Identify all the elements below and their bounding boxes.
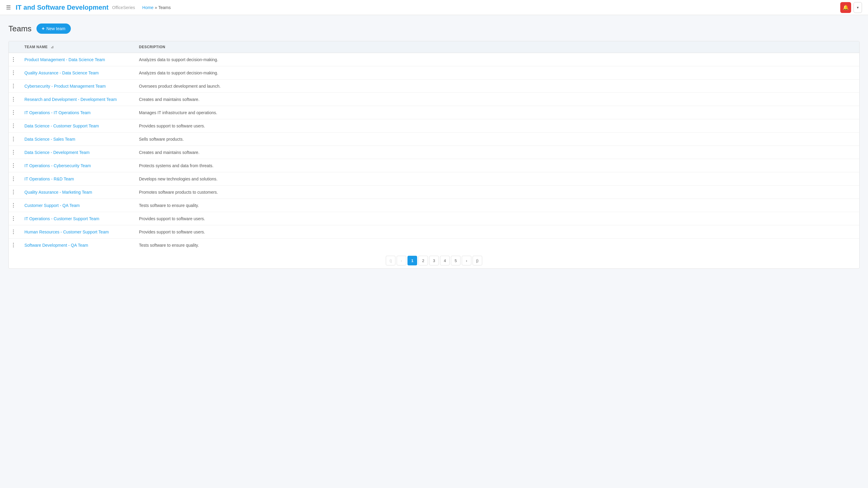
row-menu-button[interactable] bbox=[11, 176, 16, 182]
new-team-label: New team bbox=[46, 26, 65, 31]
chevron-down-icon: ▾ bbox=[857, 5, 859, 10]
pagination-last-button[interactable]: |⟩ bbox=[472, 256, 482, 265]
team-description-cell: Creates and maintains software. bbox=[134, 146, 859, 159]
row-menu-cell bbox=[9, 119, 20, 133]
row-menu-button[interactable] bbox=[11, 189, 16, 195]
team-name-cell: Human Resources - Customer Support Team bbox=[20, 225, 134, 238]
team-description-cell: Provides support to software users. bbox=[134, 225, 859, 238]
row-menu-button[interactable] bbox=[11, 136, 16, 142]
team-name-link[interactable]: Product Management - Data Science Team bbox=[24, 57, 105, 62]
header-actions: 🔔 ▾ bbox=[840, 2, 862, 13]
pagination-first-button[interactable]: ⟨| bbox=[386, 256, 396, 265]
row-menu-cell bbox=[9, 79, 20, 93]
row-menu-cell bbox=[9, 53, 20, 66]
row-menu-button[interactable] bbox=[11, 96, 16, 102]
table-row: Data Science - Customer Support TeamProv… bbox=[9, 119, 859, 133]
row-menu-cell bbox=[9, 212, 20, 225]
team-description-cell: Sells software products. bbox=[134, 133, 859, 146]
table-row: Data Science - Development TeamCreates a… bbox=[9, 146, 859, 159]
row-menu-cell bbox=[9, 159, 20, 172]
row-menu-button[interactable] bbox=[11, 57, 16, 62]
notifications-button[interactable]: 🔔 bbox=[840, 2, 851, 13]
col-team-name: TEAM NAME ⊿ bbox=[20, 41, 134, 53]
row-menu-cell bbox=[9, 66, 20, 79]
team-name-link[interactable]: Data Science - Development Team bbox=[24, 150, 90, 155]
team-name-link[interactable]: Quality Assurance - Data Science Team bbox=[24, 70, 98, 75]
row-menu-cell bbox=[9, 106, 20, 119]
row-menu-button[interactable] bbox=[11, 123, 16, 129]
team-description-cell: Develops new technologies and solutions. bbox=[134, 172, 859, 186]
pagination-page-2[interactable]: 2 bbox=[418, 256, 428, 265]
page-content: Teams + New team TEAM NAME ⊿ DESCRIPTION… bbox=[0, 15, 868, 277]
team-name-link[interactable]: Cybersecurity - Product Management Team bbox=[24, 84, 106, 89]
team-description-cell: Provides support to software users. bbox=[134, 119, 859, 133]
row-menu-cell bbox=[9, 186, 20, 199]
table-header: TEAM NAME ⊿ DESCRIPTION bbox=[9, 41, 859, 53]
team-name-link[interactable]: Data Science - Sales Team bbox=[24, 137, 75, 141]
row-menu-cell bbox=[9, 238, 20, 252]
team-name-link[interactable]: Quality Assurance - Marketing Team bbox=[24, 190, 92, 195]
team-name-link[interactable]: Data Science - Customer Support Team bbox=[24, 124, 99, 128]
table-row: Customer Support - QA TeamTests software… bbox=[9, 199, 859, 212]
row-menu-cell bbox=[9, 199, 20, 212]
bell-icon: 🔔 bbox=[843, 4, 849, 10]
team-name-cell: Quality Assurance - Marketing Team bbox=[20, 186, 134, 199]
page-header: Teams + New team bbox=[8, 24, 860, 34]
team-description-cell: Analyzes data to support decision-making… bbox=[134, 53, 859, 66]
new-team-button[interactable]: + New team bbox=[36, 24, 71, 34]
breadcrumb-home[interactable]: Home bbox=[142, 5, 153, 10]
team-description-cell: Analyzes data to support decision-making… bbox=[134, 66, 859, 79]
team-name-link[interactable]: Software Development - QA Team bbox=[24, 243, 88, 248]
team-name-cell: Customer Support - QA Team bbox=[20, 199, 134, 212]
team-name-link[interactable]: IT Operations - R&D Team bbox=[24, 176, 74, 181]
table-row: Human Resources - Customer Support TeamP… bbox=[9, 225, 859, 238]
row-menu-button[interactable] bbox=[11, 242, 16, 248]
table-row: Research and Development - Development T… bbox=[9, 93, 859, 106]
teams-table: TEAM NAME ⊿ DESCRIPTION Product Manageme… bbox=[9, 41, 859, 252]
row-menu-cell bbox=[9, 225, 20, 238]
team-name-link[interactable]: Research and Development - Development T… bbox=[24, 97, 117, 102]
team-description-cell: Provides support to software users. bbox=[134, 212, 859, 225]
pagination-page-5[interactable]: 5 bbox=[451, 256, 461, 265]
row-menu-button[interactable] bbox=[11, 202, 16, 208]
row-menu-button[interactable] bbox=[11, 110, 16, 116]
col-description: DESCRIPTION bbox=[134, 41, 859, 53]
pagination-page-3[interactable]: 3 bbox=[429, 256, 439, 265]
team-description-cell: Protects systems and data from threats. bbox=[134, 159, 859, 172]
team-name-link[interactable]: Human Resources - Customer Support Team bbox=[24, 230, 109, 234]
plus-icon: + bbox=[42, 26, 44, 31]
row-menu-button[interactable] bbox=[11, 150, 16, 155]
pagination-prev-button[interactable]: ‹ bbox=[397, 256, 406, 265]
row-menu-button[interactable] bbox=[11, 70, 16, 76]
team-name-link[interactable]: IT Operations - Customer Support Team bbox=[24, 216, 99, 221]
app-subtitle: OfficeSeries bbox=[112, 5, 135, 10]
row-menu-button[interactable] bbox=[11, 83, 16, 89]
pagination-page-1[interactable]: 1 bbox=[407, 256, 417, 265]
table-row: Software Development - QA TeamTests soft… bbox=[9, 238, 859, 252]
team-name-cell: Data Science - Customer Support Team bbox=[20, 119, 134, 133]
team-name-cell: Data Science - Development Team bbox=[20, 146, 134, 159]
team-name-link[interactable]: IT Operations - Cybersecurity Team bbox=[24, 163, 91, 168]
row-menu-button[interactable] bbox=[11, 163, 16, 168]
team-description-cell: Oversees product development and launch. bbox=[134, 79, 859, 93]
table-row: Data Science - Sales TeamSells software … bbox=[9, 133, 859, 146]
pagination-next-button[interactable]: › bbox=[462, 256, 471, 265]
row-menu-button[interactable] bbox=[11, 229, 16, 235]
teams-table-container: TEAM NAME ⊿ DESCRIPTION Product Manageme… bbox=[8, 41, 860, 269]
table-row: Quality Assurance - Data Science TeamAna… bbox=[9, 66, 859, 79]
user-dropdown-button[interactable]: ▾ bbox=[854, 2, 862, 13]
table-body: Product Management - Data Science TeamAn… bbox=[9, 53, 859, 252]
team-name-link[interactable]: IT Operations - IT Operations Team bbox=[24, 110, 90, 115]
team-name-cell: Cybersecurity - Product Management Team bbox=[20, 79, 134, 93]
pagination-page-4[interactable]: 4 bbox=[440, 256, 450, 265]
filter-icon[interactable]: ⊿ bbox=[51, 45, 54, 49]
row-menu-button[interactable] bbox=[11, 216, 16, 221]
app-header: ☰ IT and Software Development OfficeSeri… bbox=[0, 0, 868, 15]
team-description-cell: Tests software to ensure quality. bbox=[134, 238, 859, 252]
breadcrumb-separator: » bbox=[155, 5, 157, 10]
team-name-link[interactable]: Customer Support - QA Team bbox=[24, 203, 80, 208]
table-row: IT Operations - R&D TeamDevelops new tec… bbox=[9, 172, 859, 186]
team-name-cell: IT Operations - IT Operations Team bbox=[20, 106, 134, 119]
hamburger-menu-icon[interactable]: ☰ bbox=[6, 4, 11, 11]
app-title: IT and Software Development bbox=[16, 4, 108, 11]
